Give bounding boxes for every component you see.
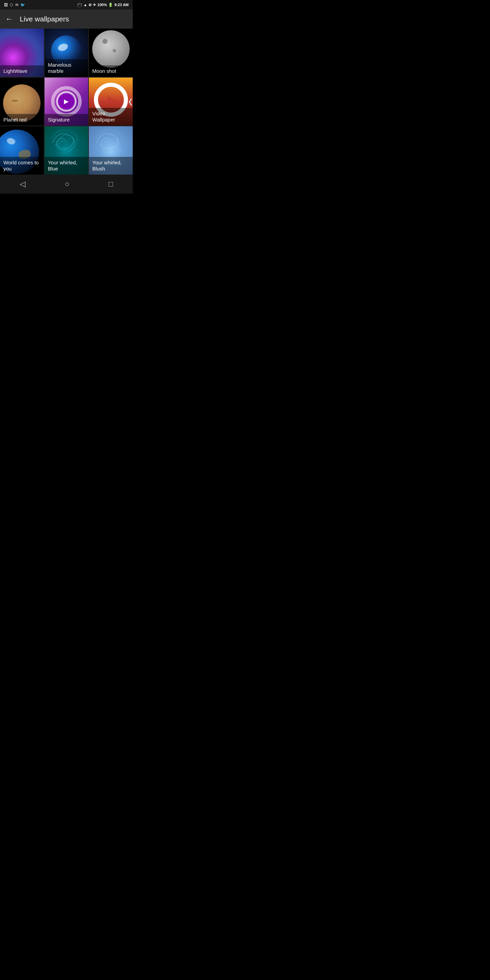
whirl-blue-svg	[45, 126, 89, 160]
wallpaper-item-your-whirled-blue[interactable]: Your whirled, Blue	[45, 126, 89, 175]
wallpaper-item-marvelous-marble[interactable]: Marvelous marble	[45, 29, 89, 77]
recents-nav-button[interactable]: □	[102, 177, 120, 191]
bottom-nav: ◁ ○ □	[0, 175, 133, 194]
signature-play-icon: ▶	[58, 93, 75, 110]
security-icon: ⬡	[10, 3, 13, 7]
marble-label: Marvelous marble	[45, 59, 89, 77]
wallpaper-item-your-whirled-blush[interactable]: Your whirled, Blush	[89, 126, 133, 175]
whirl-blush-svg	[89, 126, 133, 160]
battery-label: 100%	[97, 3, 107, 7]
mail-icon: ✉	[15, 3, 18, 7]
wifi-icon: ▲	[83, 3, 87, 7]
moon-label: Moon shot	[89, 65, 133, 77]
video-chevron-icon: ❮	[127, 97, 133, 105]
wallpaper-item-planet-red[interactable]: Planet red	[0, 78, 44, 126]
back-nav-button[interactable]: ◁	[13, 177, 32, 191]
wallpaper-item-video-wallpaper[interactable]: ▶ ❮ Video Wallpaper	[89, 78, 133, 126]
status-icons-left: 🖼 ⬡ ✉ 🐦	[4, 3, 25, 7]
world-comes-to-you-label: World comes to you	[0, 157, 44, 175]
airplane-icon: ✈	[93, 3, 96, 7]
wallpaper-grid: LightWave Marvelous marble Moon shot Pla…	[0, 29, 133, 175]
your-whirled-blush-label: Your whirled, Blush	[89, 157, 133, 175]
video-wallpaper-label: Video Wallpaper	[89, 108, 133, 126]
signature-label: Signature	[45, 114, 89, 126]
top-bar: ← Live wallpapers	[0, 10, 133, 29]
your-whirled-blue-label: Your whirled, Blue	[45, 157, 89, 175]
lightwave-label: LightWave	[0, 65, 44, 77]
back-button[interactable]: ←	[5, 14, 13, 24]
page-title: Live wallpapers	[20, 15, 69, 23]
home-nav-button[interactable]: ○	[58, 177, 76, 191]
wallpaper-item-signature[interactable]: ▶ Signature	[45, 78, 89, 126]
vibrate-icon: 📳	[77, 3, 82, 7]
moon-visual	[92, 30, 130, 68]
status-bar: 🖼 ⬡ ✉ 🐦 📳 ▲ ⊘ ✈ 100% 🔋 9:23 AM	[0, 0, 133, 10]
battery-icon: 🔋	[108, 3, 113, 7]
twitter-icon: 🐦	[21, 3, 25, 7]
wallpaper-item-moon-shot[interactable]: Moon shot	[89, 29, 133, 77]
wallpaper-item-lightwave[interactable]: LightWave	[0, 29, 44, 77]
planet-red-label: Planet red	[0, 114, 44, 126]
signal-off-icon: ⊘	[89, 3, 92, 7]
wallpaper-item-world-comes-to-you[interactable]: World comes to you	[0, 126, 44, 175]
gallery-icon: 🖼	[4, 3, 8, 7]
video-play-icon: ▶	[108, 94, 115, 105]
status-icons-right: 📳 ▲ ⊘ ✈ 100% 🔋 9:23 AM	[77, 3, 129, 7]
time-label: 9:23 AM	[115, 3, 129, 7]
